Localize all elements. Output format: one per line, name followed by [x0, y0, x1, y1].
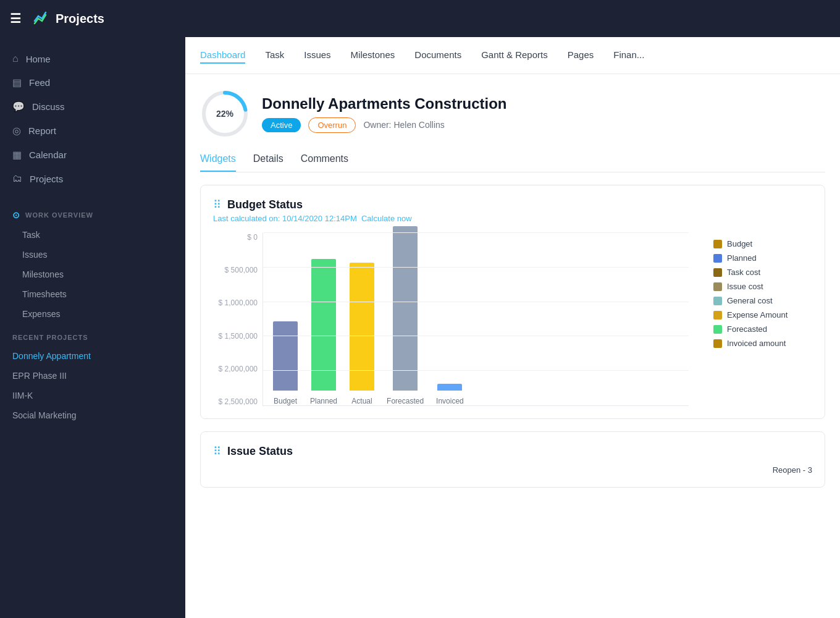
recent-project-donnely[interactable]: Donnely Appartment	[0, 346, 185, 366]
progress-label: 22%	[216, 109, 233, 119]
sub-tabs: Widgets Details Comments	[200, 153, 825, 172]
bar-invoiced	[437, 384, 462, 391]
bar-planned	[311, 259, 336, 391]
reopen-label: Reopen - 3	[773, 465, 812, 475]
sidebar-sub-issues[interactable]: Issues	[0, 245, 185, 265]
budget-status-widget: ⠿ Budget Status Last calculated on: 10/1…	[200, 185, 825, 419]
sub-tab-comments[interactable]: Comments	[301, 153, 348, 172]
issue-widget-icon: ⠿	[213, 444, 221, 458]
y-label: $ 2,500,000	[219, 397, 258, 406]
bar-label-invoiced: Invoiced	[436, 397, 464, 405]
legend-label-taskcost: Task cost	[727, 268, 760, 277]
recent-projects-section: RECENT PROJECTS	[0, 324, 185, 346]
sidebar-sub-timesheets[interactable]: Timesheets	[0, 284, 185, 304]
y-label: $ 500,000	[225, 266, 258, 274]
tab-issues[interactable]: Issues	[304, 47, 330, 64]
sidebar-item-home[interactable]: ⌂ Home	[0, 47, 185, 70]
top-bar: ☰ Projects	[0, 0, 840, 37]
sidebar-item-report[interactable]: ◎ Report	[0, 119, 185, 143]
sidebar-item-label: Home	[26, 54, 51, 64]
bars-section: Budget Planned	[262, 233, 689, 406]
legend-label-generalcost: General cost	[727, 296, 773, 305]
legend-color-planned	[713, 254, 722, 263]
content-area: Dashboard Task Issues Milestones Documen…	[185, 37, 840, 618]
project-badges: Active Overrun Owner: Helen Collins	[262, 117, 506, 133]
legend-color-expense	[713, 311, 722, 320]
legend-color-invoiced	[713, 339, 722, 348]
projects-icon: 🗂	[12, 173, 22, 184]
bar-group-invoiced: Invoiced	[436, 384, 464, 405]
legend-planned: Planned	[713, 253, 812, 263]
content-body: 22% Donnelly Apartments Construction Act…	[185, 74, 840, 618]
y-axis: $ 2,500,000 $ 2,000,000 $ 1,500,000 $ 1,…	[213, 233, 262, 406]
sidebar-item-discuss[interactable]: 💬 Discuss	[0, 95, 185, 119]
hamburger-icon[interactable]: ☰	[10, 11, 21, 26]
legend-label-invoiced: Invoiced amount	[727, 339, 786, 348]
progress-circle: 22%	[200, 89, 250, 138]
bar-group-budget: Budget	[273, 321, 298, 405]
badge-active: Active	[262, 118, 301, 132]
legend-forecasted: Forecasted	[713, 324, 812, 334]
tab-milestones[interactable]: Milestones	[351, 47, 395, 64]
recent-project-epr[interactable]: EPR Phase III	[0, 366, 185, 386]
legend-color-forecasted	[713, 325, 722, 334]
discuss-icon: 💬	[12, 101, 25, 112]
legend-label-expense: Expense Amount	[727, 310, 788, 320]
sidebar-item-feed[interactable]: ▤ Feed	[0, 70, 185, 95]
legend-label-forecasted: Forecasted	[727, 324, 767, 334]
sidebar-item-label: Projects	[30, 174, 63, 184]
tab-pages[interactable]: Pages	[568, 47, 594, 64]
bar-label-budget: Budget	[274, 397, 297, 405]
bar-actual	[350, 263, 374, 391]
sidebar-item-label: Feed	[29, 77, 50, 88]
project-title: Donnelly Apartments Construction	[262, 95, 506, 112]
sidebar-sub-expenses[interactable]: Expenses	[0, 304, 185, 324]
calendar-icon: ▦	[12, 149, 22, 161]
budget-widget-subtitle: Last calculated on: 10/14/2020 12:14PM C…	[213, 214, 812, 223]
chart-legend: Budget Planned Task cost Issue cost	[713, 233, 812, 348]
work-overview-icon: ⊙	[12, 210, 20, 220]
legend-taskcost: Task cost	[713, 268, 812, 277]
y-label: $ 2,000,000	[219, 365, 258, 373]
bar-chart: $ 2,500,000 $ 2,000,000 $ 1,500,000 $ 1,…	[213, 233, 689, 406]
legend-color-budget	[713, 240, 722, 248]
sidebar: ⌂ Home ▤ Feed 💬 Discuss ◎ Report ▦ Calen…	[0, 37, 185, 618]
tab-finan[interactable]: Finan...	[613, 47, 644, 64]
sidebar-sub-task[interactable]: Task	[0, 225, 185, 245]
y-label: $ 0	[247, 233, 258, 242]
bar-label-planned: Planned	[310, 397, 337, 405]
y-label: $ 1,500,000	[219, 332, 258, 341]
bar-budget	[273, 321, 298, 391]
issue-status-widget: ⠿ Issue Status Reopen - 3	[200, 431, 825, 488]
tab-dashboard[interactable]: Dashboard	[200, 47, 245, 64]
widget-grid-icon: ⠿	[213, 198, 221, 211]
legend-label-budget: Budget	[727, 239, 752, 248]
sidebar-item-label: Calendar	[29, 150, 67, 160]
legend-generalcost: General cost	[713, 296, 812, 305]
tab-gantt[interactable]: Gantt & Reports	[481, 47, 548, 64]
legend-label-issuecost: Issue cost	[727, 282, 763, 291]
sidebar-sub-milestones[interactable]: Milestones	[0, 265, 185, 284]
recent-project-social[interactable]: Social Marketing	[0, 405, 185, 425]
tab-task[interactable]: Task	[265, 47, 284, 64]
calculate-now-link[interactable]: Calculate now	[361, 214, 412, 223]
legend-color-issuecost	[713, 282, 722, 291]
y-label: $ 1,000,000	[219, 298, 258, 307]
sidebar-item-calendar[interactable]: ▦ Calendar	[0, 143, 185, 167]
issue-widget-header: ⠿ Issue Status	[213, 444, 812, 458]
badge-overrun: Overrun	[308, 117, 356, 133]
sidebar-nav: ⌂ Home ▤ Feed 💬 Discuss ◎ Report ▦ Calen…	[0, 37, 185, 200]
sub-tab-details[interactable]: Details	[253, 153, 284, 172]
content-tabs: Dashboard Task Issues Milestones Documen…	[185, 37, 840, 74]
legend-color-taskcost	[713, 268, 722, 277]
project-header: 22% Donnelly Apartments Construction Act…	[200, 89, 825, 138]
bar-group-forecasted: Forecasted	[387, 226, 424, 405]
legend-label-planned: Planned	[727, 253, 757, 263]
legend-budget: Budget	[713, 239, 812, 248]
tab-documents[interactable]: Documents	[414, 47, 461, 64]
work-overview-section: ⊙ WORK OVERVIEW	[0, 200, 185, 225]
brand-logo	[32, 9, 49, 29]
sidebar-item-projects[interactable]: 🗂 Projects	[0, 167, 185, 190]
recent-project-iimk[interactable]: IIM-K	[0, 386, 185, 405]
sub-tab-widgets[interactable]: Widgets	[200, 153, 236, 172]
